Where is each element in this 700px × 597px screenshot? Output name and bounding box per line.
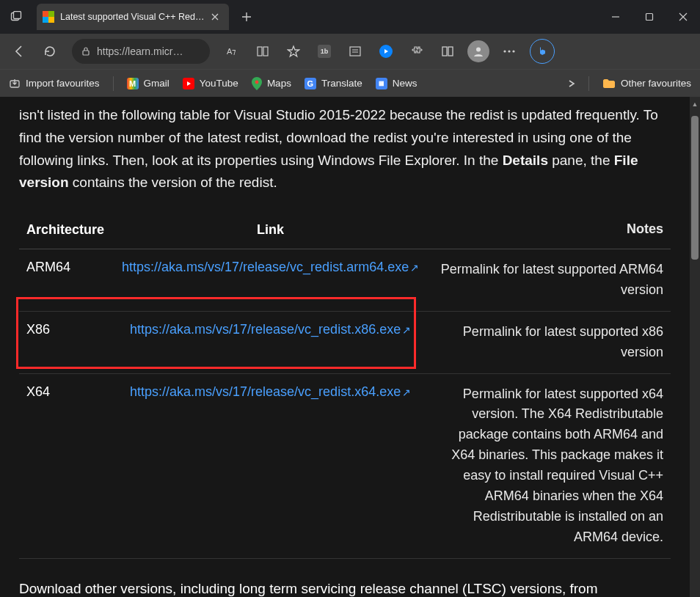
news-icon: ▦	[376, 78, 387, 89]
cell-link: https://aka.ms/vs/17/release/vc_redist.a…	[114, 249, 426, 311]
profile-button[interactable]	[465, 38, 492, 65]
cell-notes: Permalink for latest supported x64 versi…	[426, 373, 671, 558]
table-row: X64 https://aka.ms/vs/17/release/vc_redi…	[19, 373, 671, 558]
split-screen-button[interactable]	[434, 38, 461, 65]
back-button[interactable]	[6, 38, 32, 65]
download-link-x64[interactable]: https://aka.ms/vs/17/release/vc_redist.x…	[130, 384, 401, 399]
browser-toolbar: https://learn.micr… A⁊ 1b	[0, 34, 700, 69]
tab-actions-button[interactable]	[0, 0, 32, 34]
svg-rect-7	[350, 47, 360, 56]
cell-notes: Permalink for latest supported x86 versi…	[426, 311, 671, 373]
col-notes: Notes	[426, 210, 671, 249]
scroll-up-button[interactable]: ▲	[690, 98, 700, 110]
extension-2[interactable]	[342, 38, 368, 65]
favorites-bar: Import favourites MGmail YouTube Maps GT…	[0, 69, 700, 97]
minimize-button[interactable]	[599, 0, 632, 34]
menu-button[interactable]	[496, 38, 522, 65]
col-architecture: Architecture	[19, 210, 114, 249]
fav-overflow-button[interactable]	[568, 78, 575, 89]
read-aloud-button[interactable]: A⁊	[219, 38, 245, 65]
svg-rect-3	[83, 51, 89, 55]
fav-maps[interactable]: Maps	[252, 77, 291, 90]
cell-arch: X64	[19, 373, 114, 558]
import-icon	[9, 78, 21, 89]
import-favourites-button[interactable]: Import favourites	[9, 78, 100, 89]
svg-rect-1	[14, 12, 21, 19]
bing-chat-button[interactable]	[530, 39, 555, 64]
fav-gmail[interactable]: MGmail	[127, 78, 169, 89]
col-link: Link	[114, 210, 426, 249]
window-controls	[599, 0, 700, 34]
maximize-button[interactable]	[632, 0, 666, 34]
table-row: ARM64 https://aka.ms/vs/17/release/vc_re…	[19, 249, 671, 311]
svg-point-15	[255, 80, 258, 84]
below-paragraph: Download other versions, including long …	[19, 578, 671, 597]
url-text: https://learn.micr…	[97, 45, 183, 57]
svg-rect-9	[448, 47, 453, 56]
external-link-icon: ↗	[410, 262, 419, 274]
cell-link: https://aka.ms/vs/17/release/vc_redist.x…	[114, 373, 426, 558]
fav-translate[interactable]: GTranslate	[305, 78, 362, 89]
intro-paragraph: isn't listed in the following table for …	[19, 104, 671, 194]
cell-arch: X86	[19, 311, 114, 373]
close-window-button[interactable]	[666, 0, 700, 34]
scrollbar-thumb[interactable]	[691, 116, 699, 260]
external-link-icon: ↗	[402, 324, 411, 336]
table-header-row: Architecture Link Notes	[19, 210, 671, 249]
favorite-button[interactable]	[280, 38, 307, 65]
extension-3[interactable]	[373, 38, 399, 65]
external-link-icon: ↗	[402, 387, 411, 398]
refresh-button[interactable]	[37, 38, 63, 65]
download-link-arm64[interactable]: https://aka.ms/vs/17/release/vc_redist.a…	[122, 260, 409, 274]
other-favourites-button[interactable]: Other favourites	[602, 78, 691, 89]
tab-title: Latest supported Visual C++ Red…	[60, 12, 204, 22]
reading-mode-button[interactable]	[249, 38, 276, 65]
svg-point-13	[512, 50, 514, 52]
avatar-icon	[467, 40, 489, 62]
svg-text:A⁊: A⁊	[227, 47, 236, 56]
svg-rect-8	[442, 47, 447, 56]
window-titlebar: Latest supported Visual C++ Red…	[0, 0, 700, 34]
gmail-icon: M	[127, 78, 139, 89]
lock-icon	[81, 46, 91, 56]
new-tab-button[interactable]	[235, 5, 258, 29]
downloads-table: Architecture Link Notes ARM64 https://ak…	[19, 210, 671, 559]
youtube-icon	[183, 78, 194, 89]
extensions-button[interactable]	[404, 38, 430, 65]
page-content: isn't listed in the following table for …	[0, 97, 690, 597]
svg-point-11	[503, 50, 506, 52]
svg-point-10	[476, 48, 481, 52]
maps-icon	[252, 77, 262, 90]
svg-rect-2	[646, 14, 653, 21]
svg-rect-6	[263, 47, 268, 56]
svg-point-12	[508, 50, 510, 52]
extension-1[interactable]: 1b	[311, 38, 338, 65]
cell-link: https://aka.ms/vs/17/release/vc_redist.x…	[114, 311, 426, 373]
folder-icon	[602, 78, 616, 89]
svg-rect-5	[258, 47, 262, 56]
cell-arch: ARM64	[19, 249, 114, 311]
address-bar[interactable]: https://learn.micr…	[72, 39, 210, 64]
table-row: X86 https://aka.ms/vs/17/release/vc_redi…	[19, 311, 671, 373]
fav-youtube[interactable]: YouTube	[183, 78, 238, 89]
translate-icon: G	[305, 78, 316, 89]
ms-favicon	[43, 11, 54, 23]
fav-news[interactable]: ▦News	[376, 78, 418, 89]
download-link-x86[interactable]: https://aka.ms/vs/17/release/vc_redist.x…	[130, 322, 401, 337]
tab-close-button[interactable]	[208, 10, 222, 23]
cell-notes: Permalink for latest supported ARM64 ver…	[426, 249, 671, 311]
browser-tab[interactable]: Latest supported Visual C++ Red…	[37, 4, 229, 30]
